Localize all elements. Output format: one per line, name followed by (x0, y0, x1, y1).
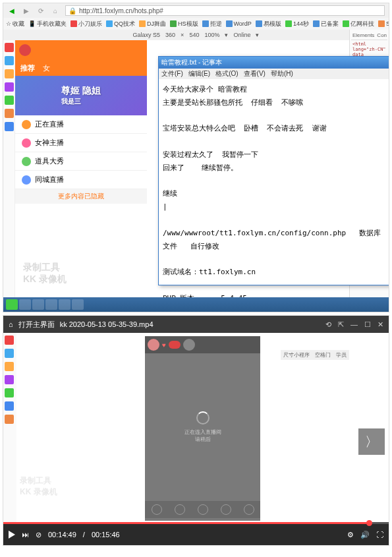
reload-icon[interactable]: ⟳ (36, 6, 45, 15)
heart-icon[interactable]: ♥ (162, 341, 166, 349)
list-item[interactable]: 道具大秀 (15, 152, 147, 171)
volume-icon[interactable]: 🔊 (360, 531, 370, 539)
bookmark-item[interactable]: SOMDS (378, 20, 389, 27)
avatar-icon[interactable] (148, 339, 159, 351)
menu-format[interactable]: 格式(O) (215, 69, 238, 78)
sidebar-icon[interactable] (5, 401, 14, 411)
nav-tab[interactable]: 推荐 (20, 63, 35, 73)
sidebar-icon[interactable] (5, 43, 14, 52)
sidebar-icon[interactable] (5, 69, 14, 78)
devtools-tabs: Elements Con (351, 31, 387, 40)
app-header (15, 40, 147, 60)
watermark: 录制工具 KK 录像机 (20, 475, 57, 498)
nav-icon[interactable] (221, 504, 231, 515)
url-input[interactable]: 🔒 http://tt1.foxlym.cn/hots.php# (65, 5, 385, 16)
nav-icon[interactable] (175, 504, 185, 515)
rotate-icon[interactable]: ⟲ (325, 320, 331, 329)
nav-icon[interactable] (152, 504, 162, 515)
minimize-icon[interactable]: — (350, 320, 358, 329)
menu-help[interactable]: 帮助(H) (271, 69, 293, 78)
settings-icon[interactable]: ⚙ (347, 531, 354, 539)
next-button[interactable]: 〉 (358, 428, 385, 455)
screenshot-video-player: ⌂ 打开主界面 kk 2020-05-13 05-35-39.mp4 ⟲ ⇱ —… (3, 315, 389, 546)
maximize-icon[interactable]: ☐ (364, 320, 371, 329)
fullscreen-icon[interactable]: ⛶ (376, 531, 383, 539)
tab[interactable]: 学员 (336, 351, 347, 359)
home-icon[interactable]: ⌂ (51, 6, 60, 15)
taskbar-item[interactable] (59, 299, 70, 310)
nav-tab[interactable]: 女 (43, 63, 50, 73)
menu-view[interactable]: 查看(V) (244, 69, 266, 78)
bookmark-item[interactable]: 144秒 (285, 20, 309, 28)
home-icon[interactable]: ⌂ (9, 320, 13, 328)
list-item[interactable]: 正在直播 (15, 115, 147, 134)
list-item[interactable]: 女神主播 (15, 134, 147, 152)
sidebar-icon[interactable] (5, 109, 14, 118)
video-filename: kk 2020-05-13 05-35-39.mp4 (60, 320, 154, 328)
bookmark-item[interactable]: WordP (226, 20, 252, 27)
bookmark-item[interactable]: 小刀娱乐 (70, 20, 102, 28)
cat-label: 正在直播 (35, 119, 64, 129)
bookmark-item[interactable]: 📱 手机收藏夹 (28, 20, 67, 28)
menu-edit[interactable]: 编辑(E) (188, 69, 210, 78)
tab[interactable]: 空格门 (315, 351, 331, 359)
progress-bar[interactable] (3, 522, 389, 524)
device-select[interactable]: Galaxy S5 (133, 32, 161, 38)
play-button[interactable] (9, 531, 15, 539)
avatar-icon[interactable] (183, 339, 195, 351)
video-sidebar (3, 333, 16, 524)
video-body: 尺寸小程序 空格门 学员 ♥ 正在连入直播间 请稍后 (3, 333, 389, 524)
home-label[interactable]: 打开主界面 (18, 320, 55, 330)
sidebar-icon[interactable] (5, 82, 14, 92)
notepad-titlebar[interactable]: 暗雷教程.txt - 记事本 (159, 57, 389, 69)
bookmark-item[interactable]: ☆ 收藏 (6, 20, 24, 28)
devtools-tab[interactable]: Con (377, 32, 387, 38)
sidebar-icon[interactable] (5, 336, 14, 345)
sidebar-icon[interactable] (5, 96, 14, 105)
list-item[interactable]: 同城直播 (15, 171, 147, 189)
promo-banner[interactable]: 尊姬 隐姐 我是三 (15, 76, 147, 115)
network-select[interactable]: Online (233, 32, 250, 38)
sidebar-icon[interactable] (5, 349, 14, 358)
pin-icon[interactable]: ⇱ (338, 320, 344, 329)
close-icon[interactable]: ✕ (378, 320, 383, 329)
zoom-select[interactable]: 100% (204, 32, 219, 38)
height-input[interactable]: 540 (189, 32, 199, 38)
sidebar-icon[interactable] (5, 388, 14, 397)
tab[interactable]: 尺寸小程序 (283, 351, 310, 359)
sidebar-icon[interactable] (5, 362, 14, 371)
progress-handle[interactable] (366, 520, 372, 526)
taskbar-item[interactable] (72, 299, 84, 310)
devtools-tab[interactable]: Elements (352, 32, 374, 38)
taskbar-item[interactable] (45, 299, 57, 310)
next-track-icon[interactable]: ⏭ (22, 531, 29, 539)
time-current: 00:14:49 (48, 531, 76, 539)
stop-icon[interactable]: ⊘ (36, 531, 42, 539)
taskbar-item[interactable] (32, 299, 44, 310)
width-input[interactable]: 360 (165, 32, 175, 38)
bookmark-item[interactable]: 拒逆 (202, 20, 222, 28)
bookmark-item[interactable]: 易模版 (256, 20, 281, 28)
sidebar-icon[interactable] (5, 56, 14, 65)
more-bar[interactable]: 更多内容已隐藏 (15, 189, 147, 204)
app-nav: 推荐 女 (15, 60, 147, 76)
bookmark-item[interactable]: 已备案 (313, 20, 339, 28)
cat-icon (22, 138, 31, 148)
sidebar-icon[interactable] (5, 415, 14, 424)
sidebar-icon[interactable] (5, 375, 14, 384)
cat-label: 女神主播 (35, 138, 64, 148)
taskbar-item[interactable] (19, 299, 31, 310)
nav-icon[interactable] (244, 504, 254, 515)
cat-icon (22, 120, 31, 129)
bookmark-item[interactable]: DJ舞曲 (139, 20, 166, 28)
bookmark-item[interactable]: HS模版 (170, 20, 198, 28)
back-icon[interactable]: ◀ (7, 6, 16, 15)
bookmark-item[interactable]: QQ技术 (106, 20, 135, 28)
bookmark-item[interactable]: 亿网科技 (343, 20, 374, 28)
notepad-content[interactable]: 今天给大家录个 暗雷教程 主要是受站长那骚包所托 仔细看 不哆嗦 宝塔安装总大特… (159, 79, 389, 312)
menu-file[interactable]: 文件(F) (161, 69, 183, 78)
sidebar-icon[interactable] (5, 122, 14, 131)
forward-icon[interactable]: ▶ (22, 6, 31, 15)
nav-icon[interactable] (198, 504, 208, 515)
start-button[interactable] (6, 299, 18, 310)
